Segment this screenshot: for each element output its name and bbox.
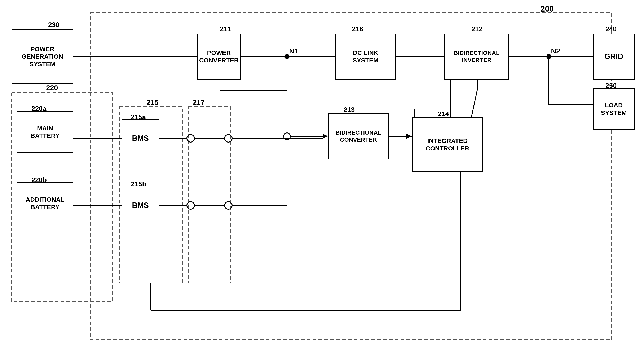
power-generation-block: POWER GENERATION SYSTEM — [12, 29, 73, 84]
bidirectional-inverter-block: BIDIRECTIONAL INVERTER — [444, 34, 509, 80]
ref-211: 211 — [220, 25, 231, 33]
ref-212: 212 — [471, 25, 482, 33]
ref-220a: 220a — [32, 105, 46, 113]
svg-point-36 — [187, 135, 194, 142]
dc-link-block: DC LINK SYSTEM — [335, 34, 396, 80]
diagram-svg: 200 220 215 217 N1 N2 — [0, 0, 644, 358]
ref-240: 240 — [606, 25, 616, 33]
ref-216: 216 — [352, 25, 363, 33]
ref-220b: 220b — [32, 176, 47, 184]
svg-text:N1: N1 — [289, 47, 298, 55]
bms-a-block: BMS — [122, 120, 159, 157]
svg-point-42 — [224, 202, 232, 209]
svg-point-41 — [187, 202, 194, 209]
power-converter-block: POWER CONVERTER — [197, 34, 241, 80]
ref-215: 215 — [147, 98, 158, 106]
svg-point-37 — [224, 135, 232, 142]
ref-220: 220 — [46, 84, 58, 92]
ref-213: 213 — [344, 106, 355, 114]
ref-217: 217 — [193, 98, 205, 106]
ref-214: 214 — [438, 110, 449, 118]
bidirectional-converter-block: BIDIRECTIONAL CONVERTER — [328, 113, 389, 159]
svg-rect-3 — [188, 107, 230, 283]
ref-215b: 215b — [131, 180, 146, 188]
load-system-block: LOAD SYSTEM — [593, 88, 635, 130]
ref-200: 200 — [540, 5, 554, 13]
ref-250: 250 — [606, 82, 616, 90]
grid-block: GRID — [593, 34, 635, 80]
main-battery-block: MAIN BATTERY — [17, 111, 73, 153]
ref-215a: 215a — [131, 113, 146, 121]
additional-battery-block: ADDITIONAL BATTERY — [17, 182, 73, 224]
diagram: 200 220 215 217 N1 N2 — [0, 0, 644, 358]
integrated-controller-block: INTEGRATED CONTROLLER — [412, 117, 483, 172]
svg-text:N2: N2 — [551, 47, 560, 55]
svg-line-30 — [471, 88, 478, 117]
svg-marker-25 — [323, 134, 328, 139]
ref-230: 230 — [48, 21, 59, 29]
bms-b-block: BMS — [122, 187, 159, 224]
